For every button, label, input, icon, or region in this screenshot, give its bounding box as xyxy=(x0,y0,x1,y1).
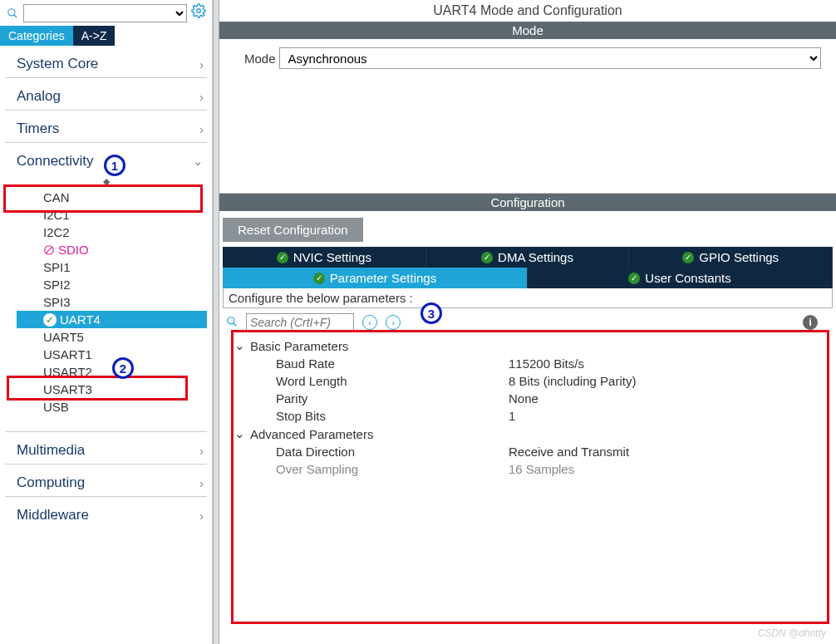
prev-match-button[interactable]: ‹ xyxy=(362,315,377,330)
page-title: UART4 Mode and Configuration xyxy=(219,0,836,22)
annotation-box-1 xyxy=(3,184,203,213)
periph-uart5[interactable]: UART5 xyxy=(43,328,207,346)
check-icon: ✓ xyxy=(628,273,640,284)
sidebar-search-row xyxy=(0,0,212,26)
mode-row: Mode Asynchronous xyxy=(219,39,836,74)
periph-uart4[interactable]: ✓ UART4 xyxy=(17,311,207,328)
category-computing[interactable]: Computing› xyxy=(5,465,207,497)
chevron-right-icon: › xyxy=(199,57,204,71)
annotation-box-3 xyxy=(231,330,829,624)
param-search-input[interactable] xyxy=(246,313,354,332)
annotation-step-2: 2 xyxy=(112,357,134,379)
category-list: System Core› Analog› Timers› Connectivit… xyxy=(0,46,212,644)
svg-line-4 xyxy=(46,246,52,253)
category-system-core[interactable]: System Core› xyxy=(5,46,207,78)
annotation-step-3: 3 xyxy=(420,302,442,324)
periph-i2c2[interactable]: I2C2 xyxy=(43,224,207,241)
periph-sdio[interactable]: SDIO xyxy=(43,241,207,258)
periph-usb[interactable]: USB xyxy=(43,398,207,415)
periph-spi3[interactable]: SPI3 xyxy=(43,293,207,311)
configure-description: Configure the below parameters : xyxy=(223,288,833,308)
reset-row: Reset Configuration xyxy=(219,211,836,242)
category-analog[interactable]: Analog› xyxy=(5,78,207,111)
check-icon: ✓ xyxy=(682,252,694,263)
search-icon xyxy=(5,6,20,21)
mode-pane: Mode Asynchronous xyxy=(219,39,836,194)
reset-configuration-button[interactable]: Reset Configuration xyxy=(223,218,363,242)
mode-label: Mode xyxy=(244,52,276,66)
sidebar: Categories A->Z System Core› Analog› Tim… xyxy=(0,0,213,644)
watermark: CSDN @dhntty xyxy=(758,627,826,639)
search-select[interactable] xyxy=(23,4,187,22)
mode-section-header: Mode xyxy=(219,22,836,39)
svg-point-0 xyxy=(8,8,15,15)
chevron-right-icon: › xyxy=(199,476,204,490)
check-icon: ✓ xyxy=(277,252,288,263)
category-timers[interactable]: Timers› xyxy=(5,111,207,143)
search-icon xyxy=(226,316,238,330)
svg-line-1 xyxy=(14,14,17,17)
blocked-icon xyxy=(43,244,55,256)
chevron-down-icon: ⌄ xyxy=(193,154,204,169)
periph-spi2[interactable]: SPI2 xyxy=(43,276,207,293)
tab-user-constants[interactable]: ✓User Constants xyxy=(528,268,833,288)
info-icon[interactable]: i xyxy=(803,315,818,330)
svg-line-6 xyxy=(234,322,237,326)
tab-gpio-settings[interactable]: ✓GPIO Settings xyxy=(629,247,833,268)
category-multimedia[interactable]: Multimedia› xyxy=(5,432,207,465)
tab-dma-settings[interactable]: ✓DMA Settings xyxy=(426,247,630,268)
check-icon: ✓ xyxy=(313,273,325,284)
category-middleware[interactable]: Middleware› xyxy=(5,497,207,528)
check-icon: ✓ xyxy=(481,252,493,263)
tab-az[interactable]: A->Z xyxy=(73,26,116,46)
next-match-button[interactable]: › xyxy=(386,315,401,330)
periph-spi1[interactable]: SPI1 xyxy=(43,258,207,276)
check-icon: ✓ xyxy=(43,313,57,327)
gear-icon[interactable] xyxy=(190,3,207,22)
annotation-step-1: 1 xyxy=(104,155,125,176)
sidebar-tabs: Categories A->Z xyxy=(0,26,212,46)
config-tabs: ✓NVIC Settings ✓DMA Settings ✓GPIO Setti… xyxy=(223,247,833,288)
tab-nvic-settings[interactable]: ✓NVIC Settings xyxy=(223,247,426,268)
chevron-right-icon: › xyxy=(199,444,204,458)
mode-select[interactable]: Asynchronous xyxy=(279,47,821,69)
svg-point-2 xyxy=(197,9,201,13)
tab-categories[interactable]: Categories xyxy=(0,26,73,46)
vertical-divider[interactable] xyxy=(213,0,219,644)
chevron-right-icon: › xyxy=(199,509,204,523)
tab-parameter-settings[interactable]: ✓Parameter Settings xyxy=(223,268,528,288)
annotation-box-2 xyxy=(7,376,188,401)
chevron-right-icon: › xyxy=(199,90,204,104)
svg-point-5 xyxy=(228,317,234,323)
config-section-header: Configuration xyxy=(219,194,836,211)
chevron-right-icon: › xyxy=(199,122,204,136)
